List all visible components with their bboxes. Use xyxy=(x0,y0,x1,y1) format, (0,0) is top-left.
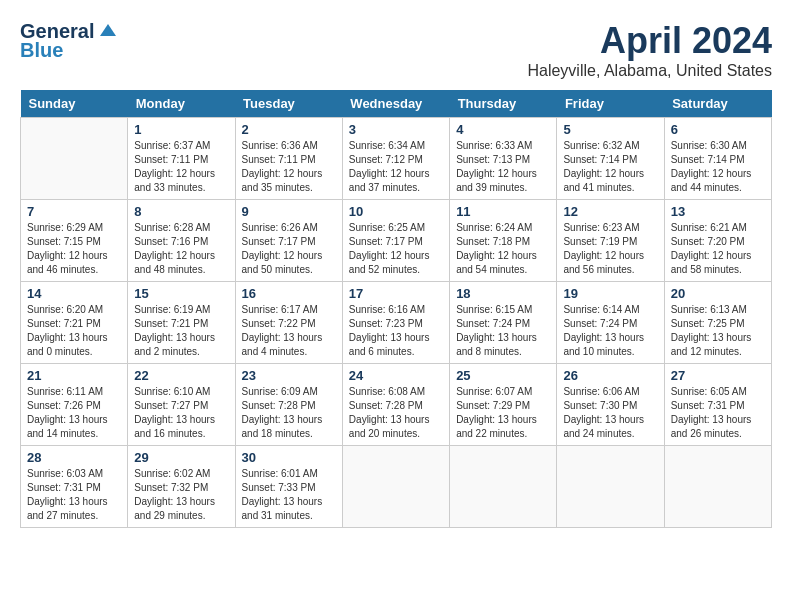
day-info: Sunrise: 6:11 AM Sunset: 7:26 PM Dayligh… xyxy=(27,385,121,441)
weekday-tuesday: Tuesday xyxy=(235,90,342,118)
title-block: April 2024 Haleyville, Alabama, United S… xyxy=(527,20,772,80)
day-number: 24 xyxy=(349,368,443,383)
calendar-cell: 11Sunrise: 6:24 AM Sunset: 7:18 PM Dayli… xyxy=(450,200,557,282)
day-number: 13 xyxy=(671,204,765,219)
day-info: Sunrise: 6:32 AM Sunset: 7:14 PM Dayligh… xyxy=(563,139,657,195)
calendar-cell: 25Sunrise: 6:07 AM Sunset: 7:29 PM Dayli… xyxy=(450,364,557,446)
day-number: 17 xyxy=(349,286,443,301)
day-info: Sunrise: 6:01 AM Sunset: 7:33 PM Dayligh… xyxy=(242,467,336,523)
day-number: 27 xyxy=(671,368,765,383)
calendar-table: SundayMondayTuesdayWednesdayThursdayFrid… xyxy=(20,90,772,528)
day-number: 11 xyxy=(456,204,550,219)
day-number: 22 xyxy=(134,368,228,383)
logo-blue: Blue xyxy=(20,39,63,62)
day-info: Sunrise: 6:03 AM Sunset: 7:31 PM Dayligh… xyxy=(27,467,121,523)
day-number: 14 xyxy=(27,286,121,301)
calendar-cell: 3Sunrise: 6:34 AM Sunset: 7:12 PM Daylig… xyxy=(342,118,449,200)
day-info: Sunrise: 6:08 AM Sunset: 7:28 PM Dayligh… xyxy=(349,385,443,441)
day-number: 1 xyxy=(134,122,228,137)
day-info: Sunrise: 6:37 AM Sunset: 7:11 PM Dayligh… xyxy=(134,139,228,195)
calendar-cell: 29Sunrise: 6:02 AM Sunset: 7:32 PM Dayli… xyxy=(128,446,235,528)
calendar-cell: 20Sunrise: 6:13 AM Sunset: 7:25 PM Dayli… xyxy=(664,282,771,364)
calendar-cell: 22Sunrise: 6:10 AM Sunset: 7:27 PM Dayli… xyxy=(128,364,235,446)
day-number: 10 xyxy=(349,204,443,219)
calendar-cell xyxy=(450,446,557,528)
week-row-4: 21Sunrise: 6:11 AM Sunset: 7:26 PM Dayli… xyxy=(21,364,772,446)
day-number: 26 xyxy=(563,368,657,383)
day-info: Sunrise: 6:26 AM Sunset: 7:17 PM Dayligh… xyxy=(242,221,336,277)
day-info: Sunrise: 6:16 AM Sunset: 7:23 PM Dayligh… xyxy=(349,303,443,359)
logo: General Blue xyxy=(20,20,118,62)
calendar-cell xyxy=(342,446,449,528)
calendar-cell: 1Sunrise: 6:37 AM Sunset: 7:11 PM Daylig… xyxy=(128,118,235,200)
calendar-cell xyxy=(21,118,128,200)
day-info: Sunrise: 6:30 AM Sunset: 7:14 PM Dayligh… xyxy=(671,139,765,195)
day-number: 28 xyxy=(27,450,121,465)
calendar-cell: 21Sunrise: 6:11 AM Sunset: 7:26 PM Dayli… xyxy=(21,364,128,446)
weekday-header-row: SundayMondayTuesdayWednesdayThursdayFrid… xyxy=(21,90,772,118)
day-info: Sunrise: 6:24 AM Sunset: 7:18 PM Dayligh… xyxy=(456,221,550,277)
day-number: 8 xyxy=(134,204,228,219)
day-number: 23 xyxy=(242,368,336,383)
location-text: Haleyville, Alabama, United States xyxy=(527,62,772,80)
logo-icon xyxy=(98,22,118,42)
weekday-sunday: Sunday xyxy=(21,90,128,118)
calendar-cell: 16Sunrise: 6:17 AM Sunset: 7:22 PM Dayli… xyxy=(235,282,342,364)
day-info: Sunrise: 6:21 AM Sunset: 7:20 PM Dayligh… xyxy=(671,221,765,277)
weekday-monday: Monday xyxy=(128,90,235,118)
week-row-3: 14Sunrise: 6:20 AM Sunset: 7:21 PM Dayli… xyxy=(21,282,772,364)
day-info: Sunrise: 6:15 AM Sunset: 7:24 PM Dayligh… xyxy=(456,303,550,359)
calendar-cell: 10Sunrise: 6:25 AM Sunset: 7:17 PM Dayli… xyxy=(342,200,449,282)
calendar-cell: 15Sunrise: 6:19 AM Sunset: 7:21 PM Dayli… xyxy=(128,282,235,364)
day-info: Sunrise: 6:10 AM Sunset: 7:27 PM Dayligh… xyxy=(134,385,228,441)
calendar-cell: 5Sunrise: 6:32 AM Sunset: 7:14 PM Daylig… xyxy=(557,118,664,200)
day-number: 3 xyxy=(349,122,443,137)
calendar-body: 1Sunrise: 6:37 AM Sunset: 7:11 PM Daylig… xyxy=(21,118,772,528)
day-info: Sunrise: 6:33 AM Sunset: 7:13 PM Dayligh… xyxy=(456,139,550,195)
day-number: 6 xyxy=(671,122,765,137)
day-number: 20 xyxy=(671,286,765,301)
day-info: Sunrise: 6:34 AM Sunset: 7:12 PM Dayligh… xyxy=(349,139,443,195)
day-info: Sunrise: 6:13 AM Sunset: 7:25 PM Dayligh… xyxy=(671,303,765,359)
day-info: Sunrise: 6:07 AM Sunset: 7:29 PM Dayligh… xyxy=(456,385,550,441)
day-info: Sunrise: 6:20 AM Sunset: 7:21 PM Dayligh… xyxy=(27,303,121,359)
calendar-cell: 8Sunrise: 6:28 AM Sunset: 7:16 PM Daylig… xyxy=(128,200,235,282)
day-number: 19 xyxy=(563,286,657,301)
day-info: Sunrise: 6:19 AM Sunset: 7:21 PM Dayligh… xyxy=(134,303,228,359)
day-info: Sunrise: 6:05 AM Sunset: 7:31 PM Dayligh… xyxy=(671,385,765,441)
day-info: Sunrise: 6:09 AM Sunset: 7:28 PM Dayligh… xyxy=(242,385,336,441)
day-info: Sunrise: 6:23 AM Sunset: 7:19 PM Dayligh… xyxy=(563,221,657,277)
calendar-cell: 24Sunrise: 6:08 AM Sunset: 7:28 PM Dayli… xyxy=(342,364,449,446)
day-number: 25 xyxy=(456,368,550,383)
calendar-cell: 23Sunrise: 6:09 AM Sunset: 7:28 PM Dayli… xyxy=(235,364,342,446)
day-number: 2 xyxy=(242,122,336,137)
weekday-thursday: Thursday xyxy=(450,90,557,118)
day-info: Sunrise: 6:14 AM Sunset: 7:24 PM Dayligh… xyxy=(563,303,657,359)
day-number: 7 xyxy=(27,204,121,219)
calendar-cell: 2Sunrise: 6:36 AM Sunset: 7:11 PM Daylig… xyxy=(235,118,342,200)
calendar-cell: 7Sunrise: 6:29 AM Sunset: 7:15 PM Daylig… xyxy=(21,200,128,282)
day-number: 18 xyxy=(456,286,550,301)
day-number: 5 xyxy=(563,122,657,137)
calendar-cell: 30Sunrise: 6:01 AM Sunset: 7:33 PM Dayli… xyxy=(235,446,342,528)
calendar-cell: 28Sunrise: 6:03 AM Sunset: 7:31 PM Dayli… xyxy=(21,446,128,528)
day-info: Sunrise: 6:29 AM Sunset: 7:15 PM Dayligh… xyxy=(27,221,121,277)
week-row-2: 7Sunrise: 6:29 AM Sunset: 7:15 PM Daylig… xyxy=(21,200,772,282)
day-number: 4 xyxy=(456,122,550,137)
day-info: Sunrise: 6:17 AM Sunset: 7:22 PM Dayligh… xyxy=(242,303,336,359)
day-info: Sunrise: 6:25 AM Sunset: 7:17 PM Dayligh… xyxy=(349,221,443,277)
day-number: 15 xyxy=(134,286,228,301)
weekday-saturday: Saturday xyxy=(664,90,771,118)
day-number: 12 xyxy=(563,204,657,219)
day-number: 16 xyxy=(242,286,336,301)
calendar-cell: 6Sunrise: 6:30 AM Sunset: 7:14 PM Daylig… xyxy=(664,118,771,200)
weekday-wednesday: Wednesday xyxy=(342,90,449,118)
calendar-cell: 14Sunrise: 6:20 AM Sunset: 7:21 PM Dayli… xyxy=(21,282,128,364)
calendar-cell: 9Sunrise: 6:26 AM Sunset: 7:17 PM Daylig… xyxy=(235,200,342,282)
calendar-cell: 12Sunrise: 6:23 AM Sunset: 7:19 PM Dayli… xyxy=(557,200,664,282)
page-header: General Blue April 2024 Haleyville, Alab… xyxy=(20,20,772,80)
month-title: April 2024 xyxy=(527,20,772,62)
week-row-1: 1Sunrise: 6:37 AM Sunset: 7:11 PM Daylig… xyxy=(21,118,772,200)
calendar-cell: 17Sunrise: 6:16 AM Sunset: 7:23 PM Dayli… xyxy=(342,282,449,364)
calendar-cell: 13Sunrise: 6:21 AM Sunset: 7:20 PM Dayli… xyxy=(664,200,771,282)
